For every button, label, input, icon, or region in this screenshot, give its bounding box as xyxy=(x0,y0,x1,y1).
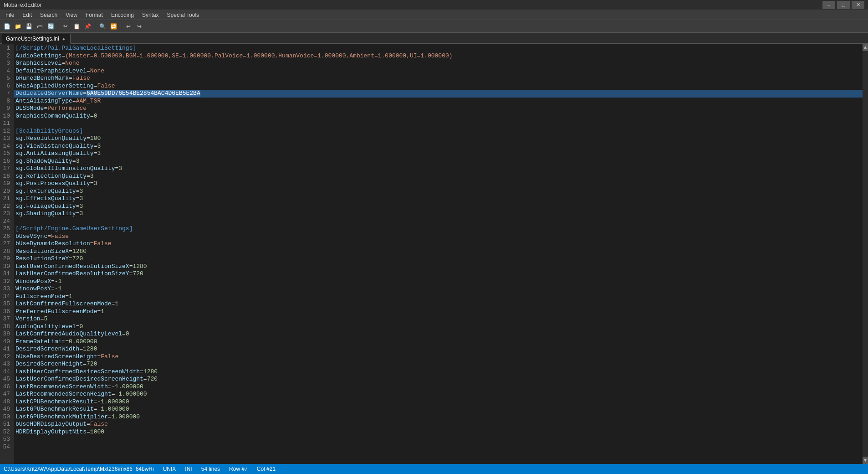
status-bar: C:\Users\KritzAW\AppData\Local\Temp\Mxt2… xyxy=(0,464,868,474)
table-row: ResolutionSizeX=1280 xyxy=(14,248,868,256)
line-number: 5 xyxy=(2,75,10,82)
cut-button[interactable]: ✂ xyxy=(61,21,71,31)
table-row: bHasAppliedUserSetting=False xyxy=(14,82,868,90)
line-number: 20 xyxy=(2,188,10,196)
status-encoding: UNIX xyxy=(163,466,176,472)
redo-button[interactable]: ↪ xyxy=(134,21,144,31)
table-row: AntiAliasingType=AAM_TSR xyxy=(14,98,868,105)
minimize-button[interactable]: − xyxy=(822,1,835,9)
menu-item-encoding[interactable]: Encoding xyxy=(107,10,138,20)
table-row: PreferredFullscreenMode=1 xyxy=(14,308,868,316)
tab-close-button[interactable]: ● xyxy=(61,36,66,41)
toolbar: 📄 📁 💾 🗃 🔄 ✂ 📋 📌 🔍 🔁 ↩ ↪ xyxy=(0,20,868,33)
table-row: [ScalabilityGroups] xyxy=(14,128,868,135)
line-number: 53 xyxy=(2,436,10,443)
tab-label: GameUserSettings.ini xyxy=(6,36,59,42)
status-col: Col #21 xyxy=(257,466,276,472)
line-number: 29 xyxy=(2,255,10,263)
save-button[interactable]: 💾 xyxy=(24,21,34,31)
line-number: 21 xyxy=(2,195,10,203)
table-row xyxy=(14,443,868,451)
scroll-down-arrow[interactable]: ▼ xyxy=(863,457,868,464)
reload-button[interactable]: 🔄 xyxy=(46,21,56,31)
table-row: sg.ReflectionQuality=3 xyxy=(14,173,868,180)
menu-item-syntax[interactable]: Syntax xyxy=(138,10,163,20)
menu-item-file[interactable]: File xyxy=(2,10,18,20)
menu-item-format[interactable]: Format xyxy=(82,10,107,20)
table-row: sg.PostProcessQuality=3 xyxy=(14,180,868,188)
table-row: HDRDisplayOutputNits=1000 xyxy=(14,428,868,436)
table-row: bUseHDRDisplayOutput=False xyxy=(14,421,868,428)
line-number: 1 xyxy=(2,45,10,52)
menu-item-view[interactable]: View xyxy=(62,10,81,20)
table-row: FullscreenMode=1 xyxy=(14,293,868,301)
line-number: 26 xyxy=(2,233,10,241)
maximize-button[interactable]: □ xyxy=(837,1,850,9)
table-row: sg.ViewDistanceQuality=3 xyxy=(14,143,868,150)
table-row: [/Script/Engine.GameUserSettings] xyxy=(14,225,868,233)
menu-item-edit[interactable]: Edit xyxy=(19,10,36,20)
table-row: LastUserConfirmedDesiredScreenHeight=720 xyxy=(14,376,868,383)
line-number: 36 xyxy=(2,308,10,316)
replace-button[interactable]: 🔁 xyxy=(108,21,118,31)
tab-gameusersettings[interactable]: GameUserSettings.ini ● xyxy=(2,34,71,44)
table-row xyxy=(14,436,868,443)
line-number: 40 xyxy=(2,338,10,346)
table-row: bUseDynamicResolution=False xyxy=(14,240,868,248)
table-row: bRunedBenchMark=False xyxy=(14,75,868,82)
line-number: 25 xyxy=(2,225,10,233)
table-row: WindowPosX=-1 xyxy=(14,278,868,286)
table-row: [/Script/Pal.PalGameLocalSettings] xyxy=(14,45,868,52)
table-row: LastRecommendedScreenWidth=-1.000000 xyxy=(14,383,868,391)
line-number: 39 xyxy=(2,330,10,338)
table-row: GraphicsCommonQuality=0 xyxy=(14,113,868,120)
table-row: LastCPUBenchmarkResult=-1.000000 xyxy=(14,398,868,406)
table-row: DesiredScreenWidth=1280 xyxy=(14,345,868,353)
line-number: 19 xyxy=(2,180,10,188)
line-number: 47 xyxy=(2,391,10,398)
line-number: 14 xyxy=(2,143,10,150)
table-row: ResolutionSizeY=720 xyxy=(14,255,868,263)
line-number: 49 xyxy=(2,406,10,413)
table-row: sg.EffectsQuality=3 xyxy=(14,195,868,203)
line-number: 17 xyxy=(2,165,10,173)
copy-button[interactable]: 📋 xyxy=(71,21,82,31)
line-number: 46 xyxy=(2,383,10,391)
line-number: 41 xyxy=(2,345,10,353)
line-number: 43 xyxy=(2,361,10,368)
line-number: 52 xyxy=(2,428,10,436)
close-button[interactable]: ✕ xyxy=(852,1,864,9)
paste-button[interactable]: 📌 xyxy=(82,21,92,31)
sep2 xyxy=(95,22,95,31)
scroll-up-arrow[interactable]: ▲ xyxy=(863,44,868,51)
editor-container: 1234567891011121314151617181920212223242… xyxy=(0,44,868,464)
line-number: 44 xyxy=(2,368,10,376)
title-bar: MobaTextEditor − □ ✕ xyxy=(0,0,868,10)
table-row: sg.ShadingQuality=3 xyxy=(14,210,868,218)
line-number: 31 xyxy=(2,270,10,278)
new-button[interactable]: 📄 xyxy=(2,21,12,31)
line-number: 13 xyxy=(2,135,10,143)
table-row: LastUserConfirmedResolutionSizeY=720 xyxy=(14,270,868,278)
undo-button[interactable]: ↩ xyxy=(123,21,133,31)
table-row: bUseVSync=False xyxy=(14,233,868,241)
line-number: 12 xyxy=(2,128,10,135)
line-number: 16 xyxy=(2,158,10,165)
table-row: sg.TextureQuality=3 xyxy=(14,188,868,196)
open-button[interactable]: 📁 xyxy=(13,21,23,31)
menu-item-special tools[interactable]: Special Tools xyxy=(163,10,203,20)
table-row: sg.FoliageQuality=3 xyxy=(14,203,868,211)
scrollbar[interactable]: ▲▼ xyxy=(863,44,868,464)
find-button[interactable]: 🔍 xyxy=(97,21,107,31)
sep1 xyxy=(58,22,58,31)
editor-content[interactable]: [/Script/Pal.PalGameLocalSettings]AudioS… xyxy=(14,44,868,464)
table-row: WindowPosY=-1 xyxy=(14,285,868,293)
line-number: 10 xyxy=(2,113,10,120)
table-row: LastRecommendedScreenHeight=-1.000000 xyxy=(14,391,868,398)
menu-bar: FileEditSearchViewFormatEncodingSyntaxSp… xyxy=(0,10,868,20)
table-row: LastGPUBenchmarkResult=-1.000000 xyxy=(14,406,868,413)
sep3 xyxy=(121,22,121,31)
save-all-button[interactable]: 🗃 xyxy=(35,21,45,31)
line-number: 18 xyxy=(2,173,10,180)
menu-item-search[interactable]: Search xyxy=(36,10,61,20)
